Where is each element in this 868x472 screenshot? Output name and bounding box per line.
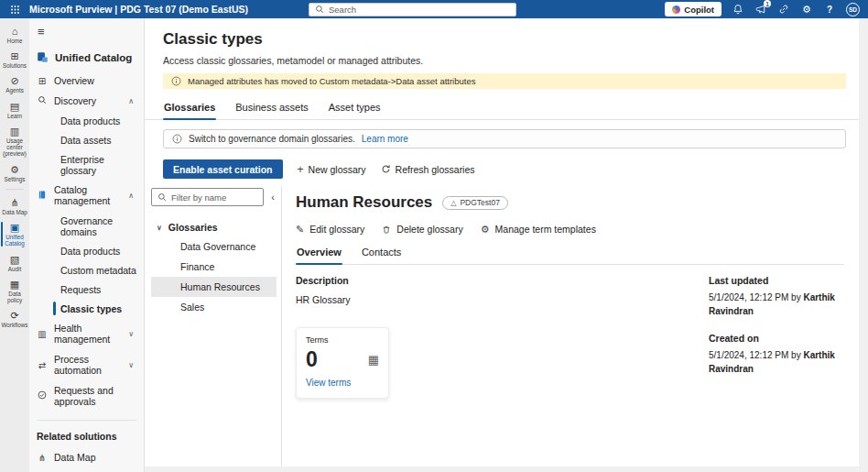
sidebar-item-enterprise-glossary[interactable]: Enterprise glossary <box>29 149 144 180</box>
tree-item-finance[interactable]: Finance <box>151 257 277 277</box>
sidebar-group-discovery[interactable]: Discovery ∧ <box>29 91 144 111</box>
workflows-icon: ⟳ <box>10 310 18 321</box>
rail-item-data-map[interactable]: ⋔Data Map <box>0 193 29 218</box>
refresh-glossaries-button[interactable]: Refresh glossaries <box>381 164 475 175</box>
app-title: Microsoft Purview | PDG Test 07 (Demo Ea… <box>29 4 248 15</box>
filter-placeholder: Filter by name <box>171 192 226 203</box>
main-content: Classic types Access classic glossaries,… <box>145 18 859 467</box>
unified-catalog-logo-icon <box>37 51 49 63</box>
tab-asset-types[interactable]: Asset types <box>328 97 382 119</box>
sidebar-group-health-management[interactable]: ▥Health management∨ <box>29 318 144 349</box>
whats-new-megaphone-icon[interactable]: 1 <box>754 3 767 16</box>
user-avatar[interactable]: SD <box>846 3 860 16</box>
trash-icon <box>382 225 391 235</box>
sidebar-item-governance-domains[interactable]: Governance domains <box>29 211 144 241</box>
filter-by-name-input[interactable]: Filter by name <box>151 188 264 206</box>
sidebar-item-data-assets[interactable]: Data assets <box>29 130 144 149</box>
tree-root-glossaries[interactable]: ∨ Glossaries <box>151 218 277 236</box>
glossary-detail-pane: Human Resources △ PDGTest07 ✎ Edit gloss… <box>282 186 859 467</box>
learn-book-icon: ▤ <box>10 101 19 112</box>
rail-item-audit[interactable]: ▧Audit <box>0 250 29 275</box>
sidebar-item-overview[interactable]: ⊞Overview <box>29 71 144 91</box>
sidebar-item-classic-types[interactable]: Classic types <box>29 299 144 318</box>
info-banner: Switch to governance domain glossaries. … <box>163 129 846 148</box>
description-value: HR Glossary <box>296 294 709 305</box>
tab-contacts[interactable]: Contacts <box>361 242 402 264</box>
app-rail: ⌂Home ⊞Solutions ⊘Agents ▤Learn ▥Usage c… <box>0 18 29 472</box>
collapse-pane-icon[interactable]: ‹ <box>269 192 277 203</box>
notifications-bell-icon[interactable] <box>732 3 744 16</box>
health-management-icon: ▥ <box>37 329 48 339</box>
sidebar-item-requests-approvals[interactable]: Requests and approvals <box>29 380 144 412</box>
help-icon[interactable]: ? <box>823 3 836 16</box>
classic-types-tabs: Glossaries Business assets Asset types <box>145 97 859 120</box>
tree-item-sales[interactable]: Sales <box>151 297 277 317</box>
pencil-icon: ✎ <box>296 225 304 235</box>
audit-icon: ▧ <box>10 254 19 265</box>
view-terms-link[interactable]: View terms <box>306 378 351 388</box>
chevron-down-icon: ∨ <box>157 224 162 232</box>
manage-term-templates-button[interactable]: ⚙ Manage term templates <box>481 224 596 235</box>
search-icon <box>157 192 167 202</box>
rail-item-solutions[interactable]: ⊞Solutions <box>0 47 29 71</box>
created-on-block: Created on 5/1/2024, 12:12 PM by Karthik… <box>709 333 844 376</box>
connected-services-link-icon[interactable] <box>777 3 790 16</box>
tab-overview[interactable]: Overview <box>296 242 342 264</box>
edit-glossary-button[interactable]: ✎ Edit glossary <box>296 224 364 235</box>
chevron-down-icon: ∨ <box>128 330 140 338</box>
rail-item-workflows[interactable]: ⟳Workflows <box>0 306 29 331</box>
new-glossary-button[interactable]: + New glossary <box>298 164 366 175</box>
sidebar-group-process-automation[interactable]: ⇄Process automation∨ <box>29 349 144 380</box>
usage-center-icon: ▥ <box>10 126 19 137</box>
tree-item-data-governance[interactable]: Data Governance <box>151 236 277 257</box>
glossary-detail-tabs: Overview Contacts <box>296 242 844 265</box>
delete-glossary-button[interactable]: Delete glossary <box>382 224 462 235</box>
page-subtitle: Access classic glossaries, metamodel or … <box>163 55 846 66</box>
search-icon <box>315 5 324 14</box>
settings-gear-icon[interactable]: ⚙ <box>800 3 813 16</box>
waffle-menu-icon[interactable] <box>0 0 29 18</box>
tab-glossaries[interactable]: Glossaries <box>163 97 216 119</box>
notification-badge: 1 <box>764 0 771 7</box>
sidebar-group-catalog-management[interactable]: Catalog management ∧ <box>29 180 144 211</box>
rail-item-data-policy[interactable]: ▦Data policy <box>0 275 29 306</box>
global-search-input[interactable]: Search <box>309 3 516 16</box>
rail-item-settings[interactable]: ⚙Settings <box>0 160 29 185</box>
overview-icon: ⊞ <box>37 76 48 86</box>
chevron-up-icon: ∧ <box>128 192 140 200</box>
sidebar-item-data-products[interactable]: Data products <box>29 111 144 130</box>
terms-count: 0 <box>306 347 318 372</box>
warning-banner: Managed attributes has moved to Custom m… <box>163 73 846 89</box>
rail-item-unified-catalog[interactable]: ▣Unified Catalog <box>0 218 29 249</box>
sidebar-item-requests[interactable]: Requests <box>29 280 144 299</box>
rail-item-usage-center[interactable]: ▥Usage center (preview) <box>0 122 29 160</box>
collection-icon: △ <box>450 199 456 207</box>
glossary-actions: Enable asset curation + New glossary Ref… <box>163 159 846 179</box>
terms-card: Terms 0 ▦ View terms <box>296 327 389 399</box>
plus-icon: + <box>298 164 304 175</box>
rail-item-home[interactable]: ⌂Home <box>0 22 29 47</box>
collection-badge[interactable]: △ PDGTest07 <box>442 196 508 210</box>
rail-item-agents[interactable]: ⊘Agents <box>0 71 29 96</box>
enable-asset-curation-button[interactable]: Enable asset curation <box>163 159 283 179</box>
learn-more-link[interactable]: Learn more <box>362 134 408 144</box>
sidebar-item-data-products-mgmt[interactable]: Data products <box>29 241 144 260</box>
sidebar-title[interactable]: Unified Catalog <box>29 43 144 71</box>
chevron-up-icon: ∧ <box>128 97 140 105</box>
catalog-sidebar: ≡ Unified Catalog ⊞Overview Discovery ∧ … <box>29 18 145 472</box>
info-icon <box>172 134 182 144</box>
sidebar-divider <box>37 420 136 421</box>
sidebar-item-custom-metadata[interactable]: Custom metadata <box>29 260 144 280</box>
tree-item-human-resources[interactable]: Human Resources <box>151 277 277 297</box>
info-icon <box>171 76 181 86</box>
related-solutions-header: Related solutions <box>29 429 144 447</box>
tab-business-assets[interactable]: Business assets <box>234 97 309 119</box>
sidebar-collapse-icon[interactable]: ≡ <box>29 18 144 43</box>
copilot-icon <box>672 5 680 14</box>
rail-item-learn[interactable]: ▤Learn <box>0 97 29 122</box>
sidebar-item-data-map[interactable]: ⋔Data Map <box>29 447 144 467</box>
page-title: Classic types <box>163 30 846 49</box>
copilot-button[interactable]: Copilot <box>665 2 722 16</box>
data-map-icon: ⋔ <box>10 197 18 208</box>
check-circle-icon <box>37 390 48 401</box>
